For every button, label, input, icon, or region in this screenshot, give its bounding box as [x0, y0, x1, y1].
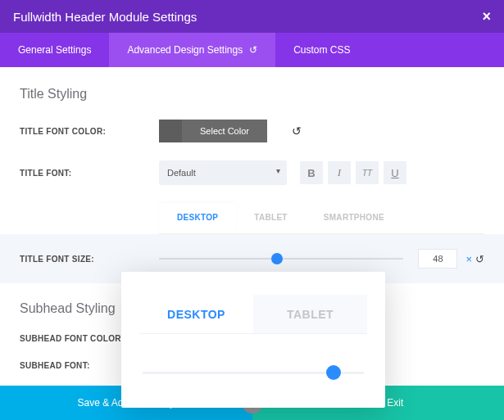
overlay-device-tabs: DESKTOP TABLET — [139, 295, 367, 334]
close-icon[interactable]: × — [482, 8, 491, 25]
font-select-wrap: Default — [159, 160, 287, 185]
device-tab-tablet[interactable]: TABLET — [236, 203, 306, 233]
reset-icon[interactable]: ↺ — [292, 124, 302, 138]
modal-header: Fullwidth Header Module Settings × — [0, 0, 504, 33]
overlay-tab-tablet[interactable]: TABLET — [253, 295, 367, 333]
device-tabs: DESKTOP TABLET SMARTPHONE — [159, 203, 484, 234]
font-size-slider[interactable] — [159, 258, 403, 260]
select-color-button[interactable]: Select Color — [182, 120, 267, 142]
device-tab-desktop[interactable]: DESKTOP — [159, 203, 236, 233]
title-font-select[interactable]: Default — [159, 160, 287, 185]
tab-advanced-label: Advanced Design Settings — [127, 44, 243, 56]
overlay-card: DESKTOP TABLET — [121, 272, 385, 408]
title-font-size-label: TITLE FONT SIZE: — [20, 255, 159, 264]
slider-thumb[interactable] — [271, 253, 283, 264]
title-font-label: TITLE FONT: — [20, 169, 159, 178]
reset-icon[interactable]: ↺ — [475, 253, 484, 265]
smallcaps-button[interactable]: TT — [356, 161, 379, 184]
tab-bar: General Settings Advanced Design Setting… — [0, 33, 504, 67]
slider-thumb[interactable] — [326, 365, 341, 380]
size-actions: × ↺ — [465, 253, 484, 265]
overlay-slider[interactable] — [143, 372, 364, 374]
device-tab-smartphone[interactable]: SMARTPHONE — [306, 203, 402, 233]
tab-advanced[interactable]: Advanced Design Settings ↺ — [109, 33, 275, 67]
italic-button[interactable]: I — [328, 161, 351, 184]
tab-css[interactable]: Custom CSS — [275, 33, 368, 67]
tab-general[interactable]: General Settings — [0, 33, 109, 67]
section-heading: Title Styling — [20, 87, 484, 102]
bold-button[interactable]: B — [300, 161, 323, 184]
overlay-tab-desktop[interactable]: DESKTOP — [139, 295, 253, 333]
overlay-slider-area — [139, 334, 367, 374]
color-swatch[interactable] — [159, 120, 182, 142]
font-size-input[interactable] — [418, 249, 457, 269]
title-font-color-label: TITLE FONT COLOR: — [20, 127, 159, 136]
modal-title: Fullwidth Header Module Settings — [13, 10, 197, 24]
clear-icon[interactable]: × — [465, 253, 472, 265]
reset-icon[interactable]: ↺ — [249, 44, 257, 56]
title-font-color-row: TITLE FONT COLOR: Select Color ↺ — [20, 120, 484, 142]
title-styling-section: Title Styling TITLE FONT COLOR: Select C… — [0, 67, 504, 234]
title-font-row: TITLE FONT: Default B I TT U — [20, 160, 484, 185]
underline-button[interactable]: U — [384, 161, 406, 184]
